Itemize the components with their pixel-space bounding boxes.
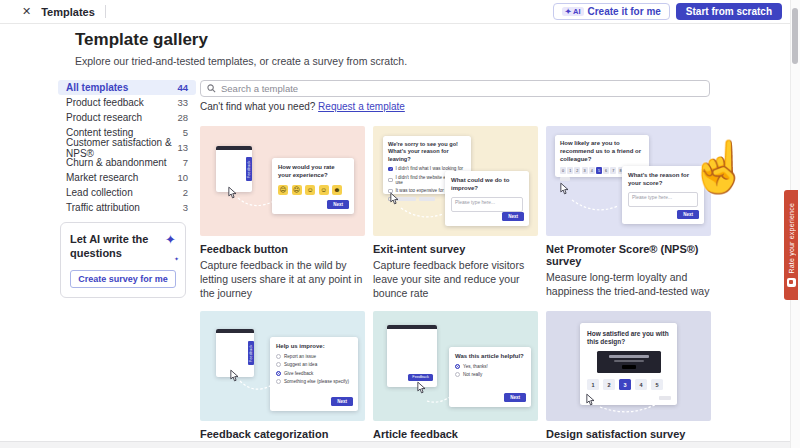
ai-badge-icon: ✦ AI [562,7,584,17]
sidebar-item-product-feedback[interactable]: Product feedback33 [58,95,196,110]
count-badge: 7 [183,157,188,168]
checkbox [388,178,393,183]
mini-next-button: Next [502,212,524,221]
radio [276,354,281,359]
emoji-angry: ☹ [278,185,288,195]
cursor-icon [560,182,570,196]
mini-browser-titlebar [216,329,254,333]
ai-promo-box: Let AI write the questions ✦✦ Create sur… [60,222,186,298]
sidebar-item-all-templates[interactable]: All templates44 [58,80,196,95]
sidebar-item-market-research[interactable]: Market research10 [58,170,196,185]
card-description: Capture feedback before visitors leave y… [373,258,538,301]
mini-browser-titlebar [216,146,252,150]
preview-nps: How likely are you to recommend us to a … [546,126,711,236]
radio [276,362,281,367]
count-badge: 28 [177,112,188,123]
count-badge: 44 [177,82,188,93]
top-bar: ✕ Templates ✦ AI Create it for me Start … [0,0,800,24]
mini-feedback-tab: Feedback [248,341,254,365]
mini-next-button: Next [504,393,526,402]
horizontal-scrollbar[interactable] [0,441,790,448]
sidebar-item-lead-collection[interactable]: Lead collection2 [58,185,196,200]
preview-design-satisfaction: How satisfied are you with this design? … [546,311,711,421]
mini-next-button: Next [327,200,349,209]
divider [105,5,106,18]
count-badge: 13 [177,142,188,153]
connector-curve [425,391,455,405]
card-title: Net Promoter Score® (NPS®) survey [546,243,711,267]
emoji-neutral: ☺ [305,185,315,195]
sidebar-item-traffic-attribution[interactable]: Traffic attribution3 [58,200,196,215]
create-survey-for-me-button[interactable]: Create survey for me [70,270,176,288]
template-card-nps[interactable]: How likely are you to recommend us to a … [546,126,711,301]
template-card-feedback-categorization[interactable]: Feedback Help us improve: Report an issu… [200,311,365,448]
template-card-exit-intent[interactable]: We're sorry to see you go! What's your r… [373,126,538,301]
search-box[interactable] [200,80,710,97]
cursor-icon [586,393,596,407]
count-badge: 33 [177,97,188,108]
count-badge: 5 [183,127,188,138]
feedback-widget-icon [787,278,796,287]
card-title: Article feedback [373,428,538,440]
connector-curve [598,399,664,415]
count-badge: 2 [183,187,188,198]
sidebar-item-customer-satisfaction[interactable]: Customer satisfaction & NPS®13 [58,140,196,155]
mini-next-button: Next [677,210,699,219]
radio [455,372,460,377]
preview-article-feedback: Feedback Was this article helpful? Yes, … [373,311,538,421]
connector-curve [238,377,274,395]
preview-feedback-button: Feedback How would you rate your experie… [200,126,365,236]
mini-survey-popup: Was this article helpful? Yes, thanks! N… [449,347,531,407]
help-text: Can't find what you need? [200,101,315,112]
mini-text-input: Please type here... [451,197,523,212]
vertical-scrollbar-thumb[interactable] [792,8,798,64]
mini-survey-popup-2: What could we do to improve? Please type… [445,171,529,226]
template-card-article-feedback[interactable]: Feedback Was this article helpful? Yes, … [373,311,538,448]
card-description: Measure long-term loyalty and happiness … [546,270,711,298]
preview-exit-intent: We're sorry to see you go! What's your r… [373,126,538,236]
mini-survey-popup: Help us improve: Report an issue Suggest… [270,337,358,411]
ai-box-title: Let AI write the questions [70,233,161,261]
sidebar-item-product-research[interactable]: Product research28 [58,110,196,125]
cursor-icon [228,186,238,200]
rate-experience-tab[interactable]: Rate your experience [784,190,798,300]
create-it-for-me-button[interactable]: ✦ AI Create it for me [553,3,670,20]
card-title: Exit-intent survey [373,243,538,255]
cursor-icon [417,381,427,395]
start-from-scratch-button[interactable]: Start from scratch [676,3,782,20]
satisfaction-scale: 1 2 3 4 5 [587,379,670,390]
emoji-love: ☻ [332,185,342,195]
window-title: Templates [41,6,95,18]
nps-selected: 5 [596,167,602,174]
close-icon[interactable]: ✕ [22,6,31,17]
connector-curve [570,198,620,216]
page-title: Template gallery [75,30,208,50]
template-card-design-satisfaction[interactable]: How satisfied are you with this design? … [546,311,711,448]
card-description: Capture feedback in the wild by letting … [200,258,365,301]
template-grid: Feedback How would you rate your experie… [200,126,712,448]
template-card-feedback-button[interactable]: Feedback How would you rate your experie… [200,126,365,301]
hand-cursor-icon: ☝ [688,142,750,192]
mini-feedback-button: Feedback [408,374,433,381]
mini-design-image [597,351,661,373]
connector-curve [399,206,445,222]
card-title: Feedback button [200,243,365,255]
mini-next-button: Next [331,397,353,406]
request-template-link[interactable]: Request a template [318,101,405,112]
checkbox-checked [388,167,393,172]
rate-experience-label: Rate your experience [788,203,795,274]
preview-feedback-categorization: Feedback Help us improve: Report an issu… [200,311,365,421]
emoji-happy: ☺ [319,185,329,195]
mini-browser-titlebar [387,325,437,329]
search-input[interactable] [221,83,703,94]
category-sidebar: All templates44 Product feedback33 Produ… [58,80,196,215]
search-icon [207,84,216,93]
mini-feedback-tab: Feedback [246,157,252,181]
radio-selected [455,364,460,369]
radio-selected [276,371,281,376]
radio [276,379,281,384]
page-subtitle: Explore our tried-and-tested templates, … [75,55,407,67]
scale-selected: 3 [619,379,631,390]
cursor-icon [390,192,400,206]
mini-survey-popup: How would you rate your experience? ☹ ☹ … [272,158,354,214]
